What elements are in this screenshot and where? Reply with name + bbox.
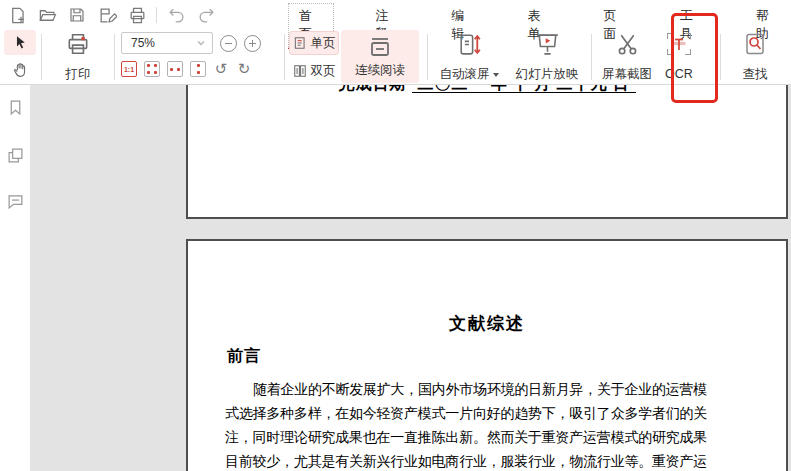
section-heading: 前言 [227,346,261,367]
quick-access-toolbar [6,4,217,26]
dropdown-arrow-icon [493,73,499,77]
zoom-level-value: 75% [131,36,155,50]
auto-scroll-icon [456,31,483,58]
redo-icon[interactable] [195,4,217,26]
double-page-label: 双页 [311,64,336,78]
bookmark-icon [7,99,24,116]
actual-size-button[interactable]: 1:1 [121,61,137,77]
scissors-icon [614,31,641,58]
undo-icon[interactable] [165,4,187,26]
pages-icon [7,147,24,164]
ocr-label: OCR [665,67,693,81]
open-file-icon[interactable] [36,4,58,26]
ocr-scan-icon [666,31,692,57]
divider [114,34,115,80]
pdf-page-2: 文献综述 前言 随着企业的不断发展扩大，国内外市场环境的日新月异，关于企业的运营… [186,239,788,471]
paragraph-line: 目前较少，尤其是有关新兴行业如电商行业，服装行业，物流行业等。重资产运 [225,450,707,471]
screen-capture-button[interactable]: 屏幕截图 [596,31,658,81]
divider [720,34,721,80]
printer-icon [65,31,91,57]
document-title: 文献综述 [188,312,786,335]
document-canvas: 完成日期 二〇二一 年 十 月 二十九 日 文献综述 前言 随着企业的不断发展扩… [0,85,791,471]
fit-width-button[interactable] [167,61,183,77]
zoom-out-button[interactable] [220,35,237,52]
zoom-in-button[interactable] [244,35,261,52]
divider [591,34,592,80]
fit-page-button[interactable] [144,61,160,77]
slideshow-label: 幻灯片放映 [516,67,579,81]
bookmarks-panel-button[interactable] [6,98,25,117]
completion-date-line: 完成日期 二〇二一 年 十 月 二十九 日 [188,85,786,95]
screen-capture-label: 屏幕截图 [602,67,652,81]
double-page-icon [293,64,307,78]
ocr-button[interactable]: OCR [661,31,697,81]
zoom-level-select[interactable]: 75% [121,32,213,54]
left-panel-rail [0,85,30,471]
toolbar: 首页 注释 编辑 表单 页面 工具 帮助 打印 75% [0,0,791,85]
rotate-left-icon[interactable]: ↺ [213,61,229,77]
find-icon [742,31,768,57]
slideshow-button[interactable]: 幻灯片放映 [506,31,588,81]
auto-scroll-label: 自动滚屏 [440,67,490,81]
comments-panel-button[interactable] [6,192,25,211]
thumbnails-panel-button[interactable] [6,146,25,165]
paragraph-line: 随着企业的不断发展扩大，国内外市场环境的日新月异，关于企业的运营模 [225,378,707,402]
new-file-icon[interactable] [6,4,28,26]
continuous-reading-icon [367,36,393,58]
pdf-page-1: 完成日期 二〇二一 年 十 月 二十九 日 [186,85,788,219]
single-page-icon [293,36,307,50]
paragraph-line: 式选择多种多样，在如今轻资产模式一片向好的趋势下，吸引了众多学者们的关 [225,402,707,426]
print-label: 打印 [66,67,91,81]
save-icon[interactable] [66,4,88,26]
single-page-button[interactable]: 单页 [289,31,339,55]
date-value: 二〇二一 年 十 月 二十九 日 [412,85,636,93]
select-cursor-button[interactable] [4,30,36,55]
zoom-group: 75% 1:1 ↺ ↻ [121,32,283,77]
page-view-group: 单页 双页 [289,31,339,83]
hand-icon [11,61,29,79]
single-page-label: 单页 [311,36,336,50]
print-icon[interactable] [126,4,148,26]
divider [284,34,285,80]
find-label: 查找 [743,67,768,81]
print-group[interactable]: 打印 [46,31,110,81]
cursor-arrow-icon [12,34,29,51]
double-page-button[interactable]: 双页 [289,59,339,83]
paragraph-line: 注，同时理论研究成果也在一直推陈出新。然而关于重资产运营模式的研究成果 [225,426,707,450]
fit-height-button[interactable] [190,61,206,77]
continuous-reading-label: 连续阅读 [355,63,405,77]
divider [156,7,157,23]
save-as-icon[interactable] [96,4,118,26]
comment-icon [7,193,24,210]
select-tools-group [4,30,36,82]
slideshow-icon [534,31,561,58]
rotate-right-icon[interactable]: ↻ [236,61,252,77]
auto-scroll-button[interactable]: 自动滚屏 [431,31,507,81]
paragraph: 随着企业的不断发展扩大，国内外市场环境的日新月异，关于企业的运营模 式选择多种多… [225,378,707,471]
chevron-down-icon [196,38,206,48]
continuous-reading-button[interactable]: 连续阅读 [341,30,419,83]
divider [427,34,428,80]
find-button[interactable]: 查找 [731,31,779,81]
divider [41,34,42,80]
hand-tool-button[interactable] [4,57,36,82]
date-label: 完成日期 [339,85,407,92]
